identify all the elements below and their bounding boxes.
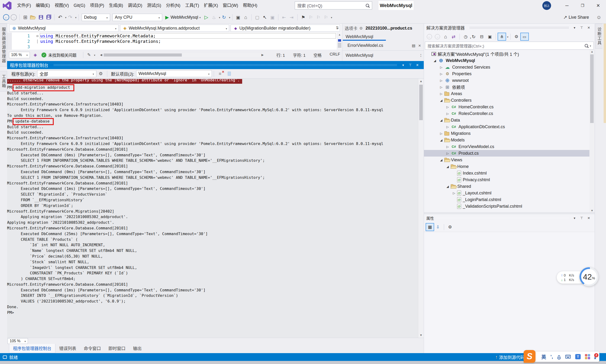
pin-icon[interactable]	[578, 26, 585, 30]
user-avatar[interactable]: 创上	[542, 1, 551, 10]
solution-search-input[interactable]: 搜索解决方案资源管理器(Ctrl+;)	[425, 42, 594, 50]
expander-icon[interactable]: ◢	[444, 185, 451, 188]
configuration-dropdown[interactable]: Debug	[82, 14, 110, 21]
quick-search-input[interactable]: 搜索 (Ctrl+Q)	[295, 1, 372, 10]
clear-console-icon[interactable]	[218, 71, 224, 76]
menu-item[interactable]: 生成(B)	[107, 0, 125, 11]
tree-item[interactable]: ▷ Areas	[424, 90, 595, 97]
show-all-files-toggle-icon[interactable]	[498, 33, 506, 40]
tree-item[interactable]: ▷ Migrations	[424, 130, 595, 137]
tree-item[interactable]: ▷ Product.cs	[424, 150, 595, 156]
expander-icon[interactable]: ▷	[438, 79, 444, 82]
expander-icon[interactable]: ▷	[444, 145, 451, 149]
menu-item[interactable]: 视图(V)	[52, 0, 71, 11]
tree-item[interactable]: ▷ RolesController.cs	[424, 110, 595, 117]
expander-icon[interactable]: ▷	[444, 152, 451, 155]
progress-circle-overlay[interactable]: 42 %	[579, 267, 598, 286]
tree-item[interactable]: ▷ HomeController.cs	[424, 104, 595, 110]
menu-item[interactable]: 扩展(X)	[202, 0, 220, 11]
selection-icon[interactable]	[254, 13, 260, 21]
tree-item[interactable]: ▷ Connected Services	[424, 64, 595, 70]
bookmark-icon[interactable]	[300, 13, 306, 21]
open-folder-icon[interactable]	[30, 13, 37, 21]
undo-icon[interactable]	[57, 13, 63, 21]
tab-settings-gear-icon[interactable]	[359, 26, 363, 30]
pin-icon[interactable]	[578, 216, 585, 220]
code-cleanup-icon[interactable]	[86, 51, 92, 59]
tree-item[interactable]: ◢ Models	[424, 137, 595, 143]
expander-icon[interactable]: ◢	[438, 158, 444, 162]
active-document-tab[interactable]: 202210100...product.cs	[365, 26, 412, 31]
panel-tab[interactable]: 命令窗口	[80, 344, 105, 353]
tab-scroll-arrows[interactable]: ▴ ▾	[420, 53, 421, 57]
drag-grip[interactable]	[54, 64, 397, 66]
live-share-icon[interactable]	[563, 14, 569, 20]
editor-split-handle[interactable]	[334, 26, 340, 30]
solution-explorer-title-bar[interactable]: 解决方案资源管理器	[424, 24, 595, 32]
home-icon[interactable]	[442, 33, 449, 40]
feedback-icon[interactable]	[596, 13, 602, 21]
tree-item[interactable]: Index.cshtml	[424, 170, 595, 176]
line-ending-indicator[interactable]: CRLF	[330, 52, 340, 58]
menu-item[interactable]: 编辑(E)	[33, 0, 52, 11]
navigate-back-icon[interactable]	[3, 13, 9, 21]
indent-mode-indicator[interactable]: 空格	[314, 52, 322, 58]
console-output[interactable]: ▲▼ ...... otherwise remove the property …	[7, 78, 424, 338]
close-tab-icon[interactable]	[418, 43, 421, 48]
expander-icon[interactable]: ◢	[438, 138, 444, 142]
save-icon[interactable]	[38, 13, 44, 21]
expander-icon[interactable]: ▷	[451, 191, 457, 195]
search-icon[interactable]	[584, 44, 589, 48]
add-to-source-control-button[interactable]: 添加到源代码	[495, 354, 525, 360]
expander-icon[interactable]: ▷	[438, 72, 444, 76]
scroll-left-icon[interactable]: ◀	[99, 53, 104, 56]
code-line[interactable]: 3	[12, 44, 336, 50]
expander-icon[interactable]: ▷	[444, 112, 451, 116]
expander-icon[interactable]: ▷	[444, 125, 451, 129]
refresh-icon[interactable]	[470, 33, 477, 40]
fold-marker[interactable]: ⊟	[35, 34, 40, 38]
switch-views-icon[interactable]	[450, 33, 457, 40]
close-icon[interactable]	[585, 26, 592, 30]
breakpoint-margin[interactable]	[7, 33, 12, 50]
menu-item[interactable]: 窗口(W)	[220, 0, 241, 11]
keyboard-icon[interactable]	[565, 355, 571, 359]
console-zoom-dropdown[interactable]: 105 %	[8, 338, 28, 344]
ime-punctuation-toggle[interactable]: ’,	[550, 354, 553, 360]
close-icon[interactable]	[585, 216, 592, 220]
code-line[interactable]: 2 │ using Microsoft.EntityFrameworkCore.…	[12, 39, 336, 44]
live-share-label[interactable]: Live Share	[569, 15, 589, 20]
menu-item[interactable]: 测试(S)	[145, 0, 163, 11]
expander-icon[interactable]: ▷	[438, 132, 444, 135]
new-project-icon[interactable]	[22, 13, 28, 21]
expander-icon[interactable]: ▷	[438, 85, 444, 89]
refresh-icon[interactable]	[221, 13, 227, 21]
start-without-debugging-icon[interactable]	[203, 13, 210, 21]
ime-language-toggle[interactable]: 英	[541, 353, 546, 360]
tree-item[interactable]: ◢ Data	[424, 117, 595, 123]
package-source-settings-icon[interactable]	[99, 71, 103, 76]
panel-tab[interactable]: 错误列表	[55, 344, 80, 353]
nav-dropdown[interactable]: Up(MigrationBuilder migrationBuilder)	[230, 25, 340, 32]
collapsed-panel-strip[interactable]	[604, 24, 606, 123]
expander-icon[interactable]: ◢	[444, 165, 451, 169]
solution-tree[interactable]: ▲▼ 解决方案"WebMvcMysql"(1 个项目/共 1 个) ◢ WebM…	[424, 50, 595, 212]
navigate-forward-icon[interactable]	[11, 13, 17, 21]
redo-dropdown-icon[interactable]	[74, 15, 77, 19]
scrollbar-thumb[interactable]	[104, 53, 182, 56]
tree-item[interactable]: 解决方案"WebMvcMysql"(1 个项目/共 1 个)	[424, 51, 595, 57]
document-tab[interactable]: ErrorViewModel.cs	[348, 43, 412, 48]
panel-tab[interactable]: 即时窗口	[105, 344, 129, 353]
categorized-icon[interactable]	[426, 223, 434, 231]
side-tab[interactable]: 诊断工具	[595, 24, 603, 49]
horizontal-scrollbar[interactable]: ◀ ▶	[99, 53, 265, 57]
tree-item[interactable]: Privacy.cshtml	[424, 176, 595, 183]
code-editor[interactable]: 1 ⊟ using Microsoft.EntityFrameworkCore.…	[7, 33, 342, 50]
tree-item[interactable]: ◢ Views	[424, 156, 595, 163]
sogou-logo-icon[interactable]	[524, 350, 536, 363]
menu-item[interactable]: 调试(D)	[125, 0, 145, 11]
search-icon[interactable]	[365, 3, 370, 8]
notification-bell-icon[interactable]: 2	[595, 354, 596, 359]
properties-title-bar[interactable]: 属性	[424, 214, 595, 222]
tree-item[interactable]: ◢ Home	[424, 163, 595, 170]
